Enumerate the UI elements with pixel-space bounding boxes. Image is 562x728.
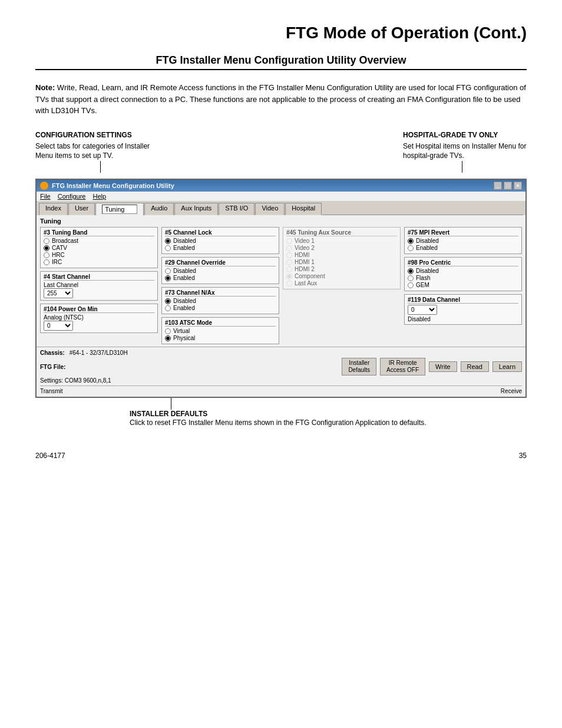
radio-aux-component xyxy=(286,274,292,279)
power-on-min-group: #104 Power On Min Analog (NTSC) 0 xyxy=(40,304,158,333)
channel-nax-group: #73 Channel N/Ax Disabled Enabled xyxy=(161,287,279,314)
channel-override-group: #29 Channel Override Disabled Enabled xyxy=(161,257,279,284)
tab-video[interactable]: Video xyxy=(255,203,285,215)
power-on-min-select[interactable]: 0 xyxy=(44,321,73,331)
config-settings-callout: CONFIGURATION SETTINGS Select tabs for c… xyxy=(35,131,165,162)
radio-mpi-disabled[interactable] xyxy=(408,238,414,244)
col3: #45 Tuning Aux Source Video 1 Video 2 HD… xyxy=(283,227,401,344)
read-button[interactable]: Read xyxy=(461,361,489,372)
channel-lock-group: #5 Channel Lock Disabled Enabled xyxy=(161,227,279,254)
mpi-revert-label: #75 MPI Revert xyxy=(408,229,518,236)
atsc-mode-label: #103 ATSC Mode xyxy=(165,319,276,327)
radio-pc-gem[interactable] xyxy=(408,282,414,288)
power-on-min-label: #104 Power On Min xyxy=(44,306,154,313)
radio-chnover-enabled[interactable] xyxy=(165,275,171,281)
radio-chnlock-disabled[interactable] xyxy=(165,238,171,244)
col2: #5 Channel Lock Disabled Enabled #29 Cha… xyxy=(161,227,279,344)
hospital-grade-callout: HOSPITAL-GRADE TV ONLY Set Hospital item… xyxy=(397,131,527,162)
channel-nax-label: #73 Channel N/Ax xyxy=(165,289,276,297)
chassis-value: #64-1 - 32/37/LD310H xyxy=(70,350,128,356)
menu-file[interactable]: File xyxy=(40,193,51,200)
pro-centric-label: #98 Pro Centric xyxy=(408,259,518,266)
tuning-section-label: Tuning xyxy=(40,218,522,225)
tab-tuning[interactable] xyxy=(95,203,144,216)
tab-user[interactable]: User xyxy=(68,203,95,215)
ir-remote-button[interactable]: IR RemoteAccess OFF xyxy=(380,358,425,375)
radio-pc-disabled[interactable] xyxy=(408,268,414,274)
data-channel-select[interactable]: 0 xyxy=(408,305,437,315)
window-bottom: Chassis: #64-1 - 32/37/LD310H FTG File: … xyxy=(37,347,525,397)
radio-aux-lastaux xyxy=(286,281,292,286)
write-button[interactable]: Write xyxy=(429,361,457,372)
tuning-aux-source-group: #45 Tuning Aux Source Video 1 Video 2 HD… xyxy=(283,227,401,289)
atsc-mode-group: #103 ATSC Mode Virtual Physical xyxy=(161,317,279,344)
tab-hospital[interactable]: Hospital xyxy=(285,203,322,215)
mpi-revert-group: #75 MPI Revert Disabled Enabled xyxy=(404,227,522,254)
radio-mpi-enabled[interactable] xyxy=(408,245,414,251)
radio-aux-video2 xyxy=(286,245,292,251)
menu-bar: File Configure Help xyxy=(37,192,525,202)
radio-broadcast[interactable] xyxy=(44,238,49,244)
tuning-band-group: #3 Tuning Band Broadcast CATV HRC IRC xyxy=(40,227,158,268)
channel-override-label: #29 Channel Override xyxy=(165,259,276,266)
radio-atsc-virtual[interactable] xyxy=(165,328,171,334)
start-channel-label: #4 Start Channel xyxy=(44,274,154,281)
menu-configure[interactable]: Configure xyxy=(58,193,86,200)
tab-aux-inputs[interactable]: Aux Inputs xyxy=(174,203,218,215)
close-button[interactable]: × xyxy=(514,182,522,190)
page-title: FTG Mode of Operation (Cont.) xyxy=(35,24,527,42)
minimize-button[interactable]: _ xyxy=(494,182,502,190)
installer-defaults-button[interactable]: InstallerDefaults xyxy=(342,358,376,375)
tuning-content: Tuning #3 Tuning Band Broadcast CATV HRC… xyxy=(37,215,525,347)
last-channel-select[interactable]: 255 xyxy=(44,288,73,298)
radio-nax-disabled[interactable] xyxy=(165,298,171,304)
radio-nax-enabled[interactable] xyxy=(165,305,171,311)
radio-aux-video1 xyxy=(286,238,292,244)
tuning-tab-input[interactable] xyxy=(102,205,137,214)
radio-pc-flash[interactable] xyxy=(408,275,414,281)
page-number-left: 206-4177 xyxy=(35,452,65,460)
ftg-file-label: FTG File: xyxy=(40,364,65,370)
page-number-right: 35 xyxy=(519,452,527,460)
data-channel-status: Disabled xyxy=(408,316,518,322)
radio-aux-hdmi2 xyxy=(286,266,292,272)
chassis-label: Chassis: xyxy=(40,350,65,356)
tuning-band-label: #3 Tuning Band xyxy=(44,229,154,236)
section-title: FTG Installer Menu Configuration Utility… xyxy=(35,54,527,67)
col4: #75 MPI Revert Disabled Enabled #98 Pro … xyxy=(404,227,522,344)
menu-help[interactable]: Help xyxy=(92,193,106,200)
radio-aux-hdmi xyxy=(286,252,292,258)
tab-bar: Index User Audio Aux Inputs STB I/O Vide… xyxy=(37,202,525,215)
data-channel-label: #119 Data Channel xyxy=(408,297,518,304)
tab-stb-io[interactable]: STB I/O xyxy=(219,203,254,215)
radio-aux-hdmi1 xyxy=(286,259,292,265)
radio-irc[interactable] xyxy=(44,259,49,265)
tab-audio[interactable]: Audio xyxy=(144,203,174,215)
radio-hrc[interactable] xyxy=(44,252,49,258)
note-text: Note: Write, Read, Learn, and IR Remote … xyxy=(35,82,527,117)
settings-label: Settings: COM3 9600,n,8,1 xyxy=(40,377,111,384)
receive-label: Receive xyxy=(501,388,522,394)
window-icon xyxy=(40,182,48,190)
start-channel-group: #4 Start Channel Last Channel 255 xyxy=(40,271,158,301)
tuning-aux-source-label: #45 Tuning Aux Source xyxy=(286,229,397,236)
footer: 206-4177 35 xyxy=(35,452,527,460)
maximize-button[interactable]: □ xyxy=(504,182,512,190)
radio-chnlock-enabled[interactable] xyxy=(165,245,171,251)
radio-catv[interactable] xyxy=(44,245,49,251)
utility-window: FTG Installer Menu Configuration Utility… xyxy=(35,179,527,398)
radio-chnover-disabled[interactable] xyxy=(165,268,171,274)
col1: #3 Tuning Band Broadcast CATV HRC IRC #4… xyxy=(40,227,158,344)
learn-button[interactable]: Learn xyxy=(492,361,522,372)
radio-atsc-physical[interactable] xyxy=(165,335,171,341)
window-titlebar: FTG Installer Menu Configuration Utility… xyxy=(37,180,525,192)
data-channel-group: #119 Data Channel 0 Disabled xyxy=(404,294,522,325)
pro-centric-group: #98 Pro Centric Disabled Flash GEM xyxy=(404,257,522,291)
tab-index[interactable]: Index xyxy=(39,203,68,215)
channel-lock-label: #5 Channel Lock xyxy=(165,229,276,236)
window-title: FTG Installer Menu Configuration Utility xyxy=(52,182,174,189)
installer-defaults-callout: INSTALLER DEFAULTS Click to reset FTG In… xyxy=(35,410,527,428)
transmit-label: Transmit xyxy=(40,388,63,394)
